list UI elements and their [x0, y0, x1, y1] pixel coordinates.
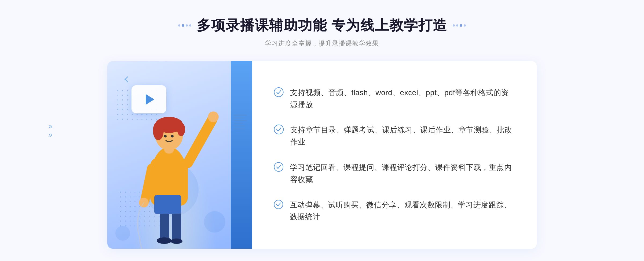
check-icon-4	[274, 199, 283, 210]
dot-1	[178, 24, 180, 27]
header-section: 多项录播课辅助功能 专为线上教学打造 学习进度全掌握，提升录播课教学效果	[178, 16, 466, 48]
side-accent-bar	[231, 61, 252, 249]
left-arrows: » »	[48, 122, 53, 139]
dot-6	[456, 24, 458, 27]
svg-point-19	[274, 125, 283, 134]
page-container: 多项录播课辅助功能 专为线上教学打造 学习进度全掌握，提升录播课教学效果 » »	[0, 0, 644, 261]
svg-point-13	[153, 121, 164, 140]
stripe-2	[233, 117, 244, 118]
svg-point-2	[157, 237, 172, 244]
dot-5	[453, 24, 455, 27]
chevron-right-icon-1: »	[48, 122, 53, 130]
svg-point-21	[274, 200, 283, 208]
title-dots-left	[178, 24, 191, 27]
feature-item-3: 学习笔记回看、课程提问、课程评论打分、课件资料下载，重点内容收藏	[274, 162, 515, 186]
stripe-5	[233, 125, 246, 126]
svg-point-20	[274, 162, 283, 171]
feature-text-3: 学习笔记回看、课程提问、课程评论打分、课件资料下载，重点内容收藏	[290, 162, 515, 186]
dot-3	[186, 24, 188, 27]
title-dots-right	[453, 24, 466, 27]
stripe-6	[233, 128, 244, 129]
dot-8	[464, 24, 466, 27]
title-row: 多项录播课辅助功能 专为线上教学打造	[178, 16, 466, 35]
dot-2	[182, 24, 184, 27]
check-icon-1	[274, 87, 284, 98]
main-content: 支持视频、音频、flash、word、excel、ppt、pdf等各种格式的资源…	[107, 61, 537, 249]
stripe-3	[233, 120, 247, 121]
illustration-panel	[107, 61, 252, 249]
dot-7	[460, 24, 462, 27]
chevron-right-icon-2: »	[48, 131, 53, 139]
svg-point-14	[177, 123, 185, 136]
check-icon-2	[274, 124, 284, 135]
subtitle: 学习进度全掌握，提升录播课教学效果	[178, 39, 466, 48]
feature-item-1: 支持视频、音频、flash、word、excel、ppt、pdf等各种格式的资源…	[274, 87, 515, 111]
svg-point-15	[164, 135, 167, 137]
feature-item-4: 互动弹幕、试听购买、微信分享、观看次数限制、学习进度跟踪、数据统计	[274, 199, 515, 223]
feature-item-2: 支持章节目录、弹题考试、课后练习、课后作业、章节测验、批改作业	[274, 124, 515, 148]
feature-text-1: 支持视频、音频、flash、word、excel、ppt、pdf等各种格式的资源…	[290, 87, 515, 111]
feature-text-2: 支持章节目录、弹题考试、课后练习、课后作业、章节测验、批改作业	[290, 124, 515, 148]
dot-4	[189, 24, 191, 27]
feature-text-4: 互动弹幕、试听购买、微信分享、观看次数限制、学习进度跟踪、数据统计	[290, 199, 515, 223]
card-wrapper: 支持视频、音频、flash、word、excel、ppt、pdf等各种格式的资源…	[107, 61, 537, 249]
stripe-1	[233, 115, 247, 116]
svg-point-16	[171, 135, 174, 137]
features-panel: 支持视频、音频、flash、word、excel、ppt、pdf等各种格式的资源…	[252, 61, 537, 249]
spark-line-bottom	[125, 79, 129, 83]
svg-line-6	[188, 120, 212, 163]
stripe-decoration	[233, 115, 247, 129]
svg-point-18	[274, 88, 283, 97]
svg-point-7	[208, 111, 219, 122]
svg-rect-17	[154, 195, 181, 214]
check-icon-3	[274, 162, 284, 172]
spark-decoration	[124, 78, 129, 81]
character-illustration	[113, 88, 228, 249]
svg-point-3	[171, 238, 182, 244]
svg-rect-1	[172, 211, 181, 242]
stripe-4	[233, 123, 243, 124]
main-title: 多项录播课辅助功能 专为线上教学打造	[197, 16, 447, 35]
